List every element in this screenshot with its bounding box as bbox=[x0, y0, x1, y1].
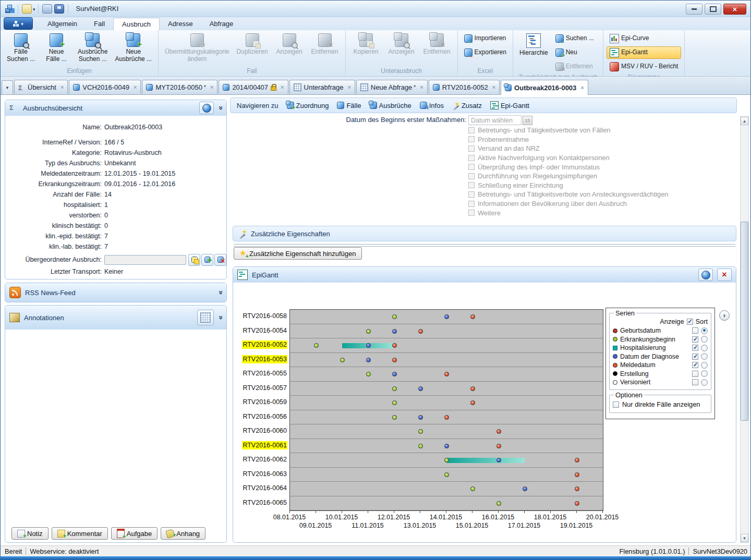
series-sort-radio[interactable] bbox=[701, 345, 708, 351]
series-sort-radio[interactable] bbox=[701, 379, 708, 386]
nav-link-infos[interactable]: Infos bbox=[420, 102, 444, 109]
close-tab-icon[interactable] bbox=[60, 84, 64, 90]
anzeigen-button[interactable]: Anzeigen bbox=[272, 31, 307, 57]
hierarchie-button[interactable]: Hierarchie bbox=[516, 31, 551, 58]
gantt-row-label[interactable]: RTV2016-0057 bbox=[235, 381, 287, 396]
f-lle-suchen-button[interactable]: FälleSuchen ... bbox=[4, 31, 38, 64]
suchen-button[interactable]: Suchen ... bbox=[552, 32, 597, 45]
app-menu-button[interactable] bbox=[4, 17, 33, 30]
series-sort-radio[interactable] bbox=[701, 327, 708, 334]
link-remove-button[interactable] bbox=[214, 254, 226, 266]
entfernen-button[interactable]: Entfernen bbox=[308, 31, 342, 57]
measure-checkbox[interactable] bbox=[468, 155, 475, 161]
measure-checkbox[interactable] bbox=[468, 182, 475, 188]
series-anzeige-checkbox[interactable] bbox=[692, 336, 698, 343]
measure-checkbox[interactable] bbox=[468, 145, 475, 152]
series-anzeige-checkbox[interactable] bbox=[692, 371, 698, 377]
close-tab-icon[interactable] bbox=[210, 84, 213, 90]
series-sort-radio[interactable] bbox=[701, 336, 708, 343]
collapse-icon[interactable] bbox=[216, 106, 224, 110]
collapse-icon[interactable] bbox=[216, 315, 224, 320]
kommentar-button[interactable]: Kommentar bbox=[52, 527, 108, 540]
parent-outbreak-input[interactable] bbox=[104, 255, 186, 265]
anzeige-master-checkbox[interactable] bbox=[687, 319, 693, 325]
gantt-row-label[interactable]: RTV2016-0056 bbox=[235, 410, 287, 424]
document-tab-myt2016-0050[interactable]: MYT2016-0050* bbox=[142, 80, 217, 94]
bermittlungskategorie-ndern-button[interactable]: Übermittlungskategorieändern bbox=[162, 31, 232, 64]
nav-link-zusatz[interactable]: Zusatz bbox=[452, 102, 482, 109]
scrollbar-thumb[interactable] bbox=[741, 222, 748, 421]
chevron-down-icon[interactable] bbox=[33, 5, 35, 13]
anzeigen-button[interactable]: Anzeigen bbox=[384, 31, 419, 57]
close-button[interactable] bbox=[723, 4, 746, 15]
gantt-row-label[interactable]: RTV2016-0052 bbox=[235, 338, 287, 352]
nav-link-f-lle[interactable]: Fälle bbox=[337, 102, 361, 109]
ribbon-tab-adresse[interactable]: Adresse bbox=[160, 18, 201, 30]
epi-gantt-button[interactable]: Epi-Gantt bbox=[607, 46, 681, 59]
entfernen-button[interactable]: Entfernen bbox=[420, 31, 454, 57]
close-chart-button[interactable]: × bbox=[717, 269, 732, 281]
ribbon-tab-ausbruch[interactable]: Ausbruch bbox=[113, 18, 160, 30]
ribbon-tab-abfrage[interactable]: Abfrage bbox=[201, 18, 242, 30]
duplizieren-button[interactable]: Duplizieren bbox=[234, 31, 271, 57]
series-anzeige-checkbox[interactable] bbox=[692, 327, 698, 334]
measure-checkbox[interactable] bbox=[468, 191, 475, 198]
neue-ausbr-che-button[interactable]: NeueAusbrüche ... bbox=[112, 31, 155, 64]
anhang-button[interactable]: Anhang bbox=[161, 527, 205, 540]
close-tab-icon[interactable] bbox=[492, 84, 495, 90]
gantt-row-label[interactable]: RTV2016-0053 bbox=[235, 352, 287, 367]
direct-cases-checkbox[interactable] bbox=[613, 401, 619, 408]
close-tab-icon[interactable] bbox=[347, 84, 350, 90]
gantt-row-label[interactable]: RTV2016-0059 bbox=[235, 395, 287, 410]
link-assign-button[interactable] bbox=[201, 254, 213, 266]
close-tab-icon[interactable] bbox=[134, 84, 137, 90]
refresh-button[interactable] bbox=[698, 269, 713, 281]
series-sort-radio[interactable] bbox=[701, 362, 708, 369]
document-tab-outbreak2016-0003[interactable]: Outbreak2016-0003 bbox=[501, 80, 588, 95]
document-tab-rtv2016-0052[interactable]: RTV2016-0052 bbox=[429, 80, 500, 94]
entfernen-button[interactable]: Entfernen bbox=[552, 60, 597, 73]
maximize-button[interactable] bbox=[705, 4, 721, 15]
exportieren-button[interactable]: Exportieren bbox=[461, 46, 510, 59]
series-anzeige-checkbox[interactable] bbox=[692, 354, 698, 360]
series-anzeige-checkbox[interactable] bbox=[692, 362, 698, 368]
series-anzeige-checkbox[interactable] bbox=[692, 379, 698, 385]
series-sort-radio[interactable] bbox=[701, 353, 708, 360]
legend-expand-button[interactable] bbox=[719, 310, 730, 321]
nav-link-ausbr-che[interactable]: Ausbrüche bbox=[370, 102, 411, 109]
neu-button[interactable]: Neu bbox=[552, 46, 597, 59]
document-tab-unterabfrage[interactable]: Unterabfrage bbox=[289, 80, 355, 94]
measure-checkbox[interactable] bbox=[468, 201, 475, 207]
document-tab-bersicht[interactable]: Übersicht bbox=[14, 80, 68, 94]
document-tab-vch2016-0049[interactable]: VCH2016-0049 bbox=[69, 80, 141, 94]
close-tab-icon[interactable] bbox=[420, 84, 423, 90]
close-tab-icon[interactable] bbox=[281, 84, 284, 90]
measure-checkbox[interactable] bbox=[468, 136, 475, 142]
date-input[interactable]: Datum wählen bbox=[468, 115, 522, 125]
nav-link-zuordnung[interactable]: Zuordnung bbox=[287, 102, 329, 109]
gantt-row-label[interactable]: RTV2016-0063 bbox=[235, 467, 287, 482]
notiz-button[interactable]: Notiz bbox=[11, 527, 49, 540]
tab-list-button[interactable] bbox=[2, 80, 13, 94]
document-tab-neue-abfrage[interactable]: Neue Abfrage* bbox=[356, 80, 428, 94]
gantt-row-label[interactable]: RTV2016-0054 bbox=[235, 324, 287, 338]
quick-save-button[interactable] bbox=[54, 4, 64, 14]
series-anzeige-checkbox[interactable] bbox=[692, 345, 698, 351]
close-tab-icon[interactable] bbox=[580, 84, 584, 91]
ausbr-che-suchen-button[interactable]: AusbrücheSuchen ... bbox=[75, 31, 111, 64]
quick-open-button[interactable] bbox=[22, 4, 32, 14]
gantt-row-label[interactable]: RTV2016-0060 bbox=[235, 424, 287, 439]
importieren-button[interactable]: Importieren bbox=[461, 32, 510, 45]
grid-view-button[interactable] bbox=[197, 310, 214, 325]
collapse-icon[interactable] bbox=[216, 290, 224, 295]
document-tab-2014-00407[interactable]: 2014/00407 bbox=[219, 80, 288, 94]
minimize-button[interactable] bbox=[686, 4, 702, 15]
scroll-down-button[interactable] bbox=[741, 534, 748, 542]
measure-checkbox[interactable] bbox=[468, 127, 475, 133]
measure-checkbox[interactable] bbox=[468, 210, 475, 216]
quick-export-button[interactable] bbox=[42, 4, 52, 14]
measure-checkbox[interactable] bbox=[468, 164, 475, 170]
add-property-button[interactable]: Zusätzliche Eigenschaft hinzufügen bbox=[234, 247, 362, 260]
link-search-button[interactable] bbox=[188, 254, 200, 266]
neue-f-lle-button[interactable]: NeueFälle ... bbox=[39, 31, 74, 64]
